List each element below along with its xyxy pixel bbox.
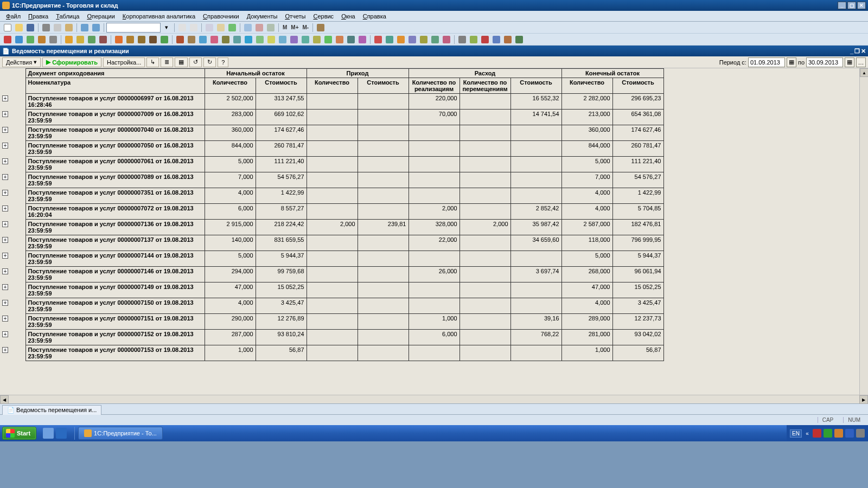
table-row[interactable]: +Поступление товаров и услуг 00000007050…	[0, 141, 663, 157]
toolbar-icon[interactable]	[125, 35, 136, 44]
table-row[interactable]: +Поступление товаров и услуг 00000007144…	[0, 251, 663, 267]
taskbar-app-button[interactable]: 1С:Предприятие - То...	[78, 427, 163, 440]
toolbar-icon[interactable]	[86, 35, 97, 44]
mdi-minimize-button[interactable]: _	[850, 48, 853, 55]
scroll-right-icon[interactable]: ▶	[859, 395, 868, 404]
toolbar-icon[interactable]	[25, 35, 36, 44]
menu-item[interactable]: Окна	[337, 12, 359, 21]
table-row[interactable]: +Поступление товаров и услуг 00000007061…	[0, 157, 663, 172]
toolbar-icon[interactable]	[148, 35, 158, 44]
toolbar-icon[interactable]	[63, 35, 74, 44]
table-row[interactable]: +Поступление товаров и услуг 00000007136…	[0, 220, 663, 235]
browser-icon[interactable]	[56, 428, 67, 439]
mdi-close-button[interactable]: ✕	[861, 48, 866, 55]
menu-item[interactable]: Справка	[359, 12, 390, 21]
table-row[interactable]: +Поступление товаров и услуг 00000007351…	[0, 188, 663, 204]
dropdown-icon[interactable]: ▾	[161, 23, 172, 33]
table-row[interactable]: +Поступление товаров и услуг 00000007089…	[0, 172, 663, 188]
table-row[interactable]: +Поступление товаров и услуг 00000007149…	[0, 282, 663, 298]
chart-icon[interactable]	[254, 23, 265, 33]
window-minimize-button[interactable]: _	[838, 2, 846, 9]
grid-view-icon[interactable]: ▦	[175, 57, 188, 67]
find-icon[interactable]	[177, 23, 188, 33]
table-row[interactable]: +Поступление товаров и услуг 00000007137…	[0, 235, 663, 251]
expand-icon[interactable]: +	[0, 282, 10, 298]
toolbar-icon[interactable]	[136, 35, 147, 44]
menu-item[interactable]: Операции	[83, 12, 118, 21]
table-row[interactable]: +Поступление товаров и услуг 00000006997…	[0, 94, 663, 110]
expand-icon[interactable]: +	[0, 220, 10, 235]
undo-icon[interactable]	[79, 23, 90, 33]
horizontal-scrollbar[interactable]: ◀ ▶	[0, 395, 868, 403]
toolbar-icon[interactable]	[209, 35, 220, 44]
mplus-label[interactable]: M+	[289, 24, 300, 30]
toolbar-icon[interactable]	[220, 35, 231, 44]
toolbar-icon[interactable]	[334, 35, 345, 44]
show-desktop-icon[interactable]	[43, 428, 54, 439]
expand-icon[interactable]: +	[0, 157, 10, 172]
menu-item[interactable]: Документы	[243, 12, 282, 21]
expand-icon[interactable]: +	[0, 235, 10, 251]
lang-indicator[interactable]: EN	[790, 429, 802, 438]
toolbar-icon[interactable]	[98, 35, 108, 44]
expand-icon[interactable]: +	[0, 204, 10, 220]
mdi-restore-button[interactable]: ❐	[854, 48, 860, 55]
scroll-left-icon[interactable]: ◀	[0, 395, 9, 404]
table-row[interactable]: +Поступление товаров и услуг 00000007072…	[0, 204, 663, 220]
toolbar-icon[interactable]	[480, 35, 490, 44]
expand-icon[interactable]: +	[0, 110, 10, 125]
calc-icon[interactable]	[204, 23, 215, 33]
menu-item[interactable]: Справочники	[199, 12, 243, 21]
date-to-input[interactable]	[806, 57, 843, 67]
setup-button[interactable]: Настройка...	[103, 57, 145, 67]
toolbar-icon[interactable]	[2, 35, 13, 44]
tree-collapse-icon[interactable]: ↳	[146, 57, 159, 67]
help-icon[interactable]: ?	[218, 57, 228, 67]
toolbar-icon[interactable]	[289, 35, 299, 44]
table-row[interactable]: +Поступление товаров и услуг 00000007146…	[0, 267, 663, 282]
table-row[interactable]: +Поступление товаров и услуг 00000007153…	[0, 345, 663, 361]
save-icon[interactable]	[25, 23, 36, 33]
tray-icon-5[interactable]	[856, 429, 865, 438]
actions-dropdown[interactable]: Действия▾	[2, 57, 41, 67]
toolbar-icon[interactable]	[243, 35, 254, 44]
toolbar-icon[interactable]	[232, 35, 242, 44]
form-button[interactable]: ▶Сформировать	[42, 57, 101, 67]
date-from-calendar-icon[interactable]: ▦	[787, 57, 796, 67]
toolbar-icon[interactable]	[357, 35, 368, 44]
report-grid[interactable]: Документ оприходования Начальный остаток…	[0, 68, 664, 361]
table-row[interactable]: +Поступление товаров и услуг 00000007009…	[0, 110, 663, 125]
toolbar-icon[interactable]	[175, 35, 186, 44]
expand-icon[interactable]: +	[0, 298, 10, 314]
tray-expand-icon[interactable]: «	[804, 429, 810, 438]
start-button[interactable]: Start	[2, 427, 36, 440]
tray-icon-4[interactable]	[845, 429, 854, 438]
toolbar-icon[interactable]	[311, 35, 322, 44]
period-ellipsis-button[interactable]: …	[856, 57, 866, 67]
toolbar-icon[interactable]	[384, 35, 395, 44]
date-from-input[interactable]	[748, 57, 785, 67]
toolbar-icon[interactable]	[113, 35, 124, 44]
toolbar-icon[interactable]	[36, 35, 47, 44]
table-row[interactable]: +Поступление товаров и услуг 00000007152…	[0, 330, 663, 345]
toolbar-icon[interactable]	[418, 35, 429, 44]
toolbar-icon[interactable]	[373, 35, 384, 44]
table-row[interactable]: +Поступление товаров и услуг 00000007040…	[0, 125, 663, 141]
toolbar-icon[interactable]	[159, 35, 170, 44]
table-row[interactable]: +Поступление товаров и услуг 00000007150…	[0, 298, 663, 314]
menu-item[interactable]: Файл	[2, 12, 24, 21]
menu-item[interactable]: Таблица	[52, 12, 83, 21]
toolbar-icon[interactable]	[186, 35, 197, 44]
restore-icon[interactable]: ↻	[203, 57, 216, 67]
open-icon[interactable]	[14, 23, 24, 33]
toolbar-icon[interactable]	[430, 35, 441, 44]
search-input[interactable]	[106, 23, 161, 33]
mminus-label[interactable]: M-	[301, 24, 311, 30]
toolbar-icon[interactable]	[254, 35, 265, 44]
window-maximize-button[interactable]: ▢	[847, 2, 856, 9]
toolbar-icon[interactable]	[323, 35, 334, 44]
scroll-up-icon[interactable]: ▲	[860, 68, 868, 77]
toolbar-icon[interactable]	[514, 35, 525, 44]
expand-icon[interactable]: +	[0, 330, 10, 345]
cal-green-icon[interactable]	[227, 23, 238, 33]
